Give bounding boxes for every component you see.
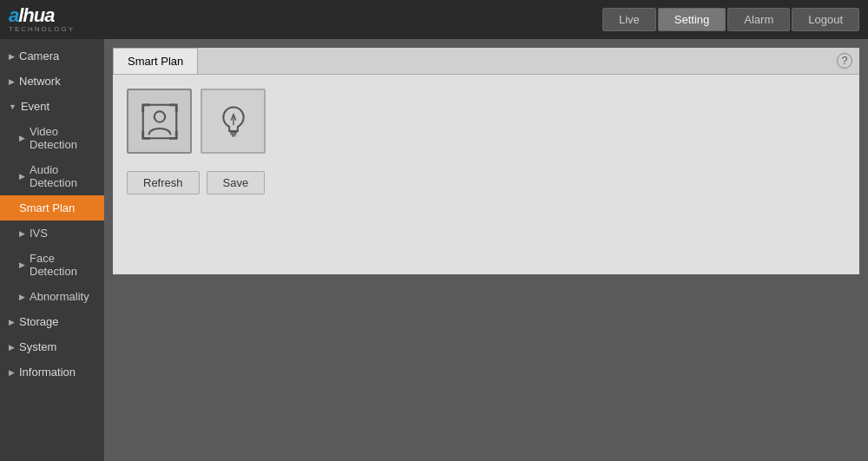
bulb-icon: [214, 102, 253, 141]
network-arrow-icon: ▶: [9, 77, 15, 86]
storage-arrow-icon: ▶: [9, 318, 15, 326]
sidebar-item-storage[interactable]: ▶ Storage: [0, 309, 104, 334]
sidebar-item-video-detection[interactable]: ▶ Video Detection: [0, 119, 104, 157]
sidebar-item-camera[interactable]: ▶ Camera: [0, 43, 104, 69]
sidebar-item-event[interactable]: ▼ Event: [0, 94, 104, 119]
sidebar-item-system[interactable]: ▶ System: [0, 334, 104, 359]
sidebar: ▶ Camera ▶ Network ▼ Event ▶ Video Detec…: [0, 39, 104, 461]
abnormality-arrow-icon: ▶: [19, 293, 25, 301]
sidebar-item-network[interactable]: ▶ Network: [0, 69, 104, 94]
sidebar-item-audio-detection[interactable]: ▶ Audio Detection: [0, 157, 104, 195]
plan-icon-list: [127, 89, 845, 154]
ivs-arrow-icon: ▶: [19, 229, 25, 238]
video-detection-arrow-icon: ▶: [19, 134, 25, 142]
face-detection-arrow-icon: ▶: [19, 260, 25, 269]
information-arrow-icon: ▶: [9, 368, 15, 377]
sidebar-item-face-detection[interactable]: ▶ Face Detection: [0, 246, 104, 284]
help-icon[interactable]: ?: [837, 53, 852, 69]
audio-detection-arrow-icon: ▶: [19, 172, 25, 181]
refresh-button[interactable]: Refresh: [127, 171, 200, 194]
smart-plan-panel: Refresh Save: [113, 75, 859, 274]
smart-light-plan-box[interactable]: [201, 89, 266, 154]
alarm-button[interactable]: Alarm: [727, 8, 790, 31]
main-content: Smart Plan ?: [104, 39, 868, 461]
header: alhua TECHNOLOGY Live Setting Alarm Logo…: [0, 0, 868, 39]
svg-point-1: [154, 111, 164, 122]
save-button[interactable]: Save: [207, 171, 266, 194]
live-button[interactable]: Live: [602, 8, 656, 31]
header-nav: Live Setting Alarm Logout: [602, 8, 859, 31]
setting-button[interactable]: Setting: [658, 8, 726, 31]
logo-text: alhua: [9, 6, 54, 25]
action-buttons: Refresh Save: [127, 171, 845, 194]
logout-button[interactable]: Logout: [792, 8, 859, 31]
face-detect-plan-box[interactable]: [127, 89, 192, 154]
sidebar-item-abnormality[interactable]: ▶ Abnormality: [0, 284, 104, 309]
event-arrow-icon: ▼: [9, 102, 16, 111]
sidebar-item-smart-plan[interactable]: Smart Plan: [0, 195, 104, 221]
person-icon: [141, 102, 179, 141]
camera-arrow-icon: ▶: [9, 52, 15, 61]
system-arrow-icon: ▶: [9, 343, 15, 352]
tab-smart-plan[interactable]: Smart Plan: [113, 48, 198, 74]
sidebar-item-ivs[interactable]: ▶ IVS: [0, 221, 104, 246]
logo-sub: TECHNOLOGY: [9, 25, 75, 33]
sidebar-item-information[interactable]: ▶ Information: [0, 359, 104, 385]
logo: alhua TECHNOLOGY: [9, 6, 75, 33]
tab-bar: Smart Plan ?: [113, 48, 859, 75]
layout: ▶ Camera ▶ Network ▼ Event ▶ Video Detec…: [0, 39, 868, 461]
